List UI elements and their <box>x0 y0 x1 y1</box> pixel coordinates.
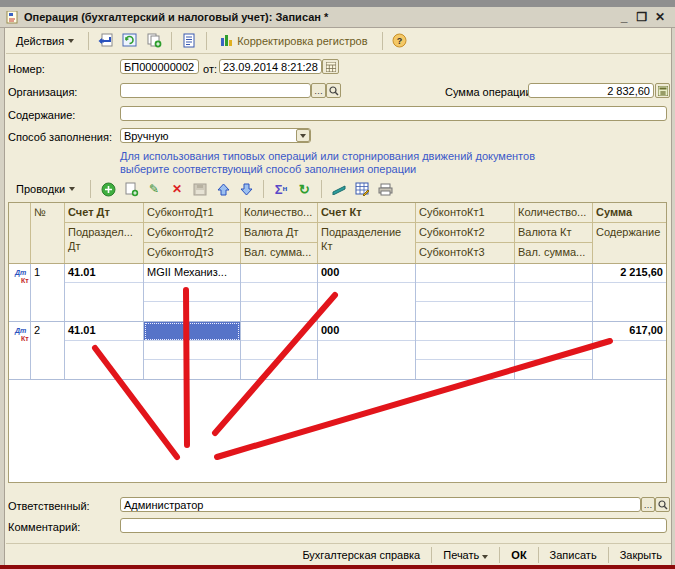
chevron-down-icon <box>69 187 75 191</box>
combo-dropdown-button[interactable] <box>296 129 310 142</box>
calculator-button[interactable] <box>655 83 670 98</box>
col-sum[interactable]: Сумма <box>593 203 666 223</box>
chevron-down-icon <box>482 555 488 559</box>
post-document-icon[interactable] <box>96 32 116 50</box>
edit-row-icon[interactable]: ✎ <box>145 181 163 197</box>
postings-menu-button[interactable]: Проводки <box>9 180 82 198</box>
refresh-icon[interactable] <box>120 32 140 50</box>
actions-menu-button[interactable]: Действия <box>9 32 81 50</box>
operation-sum-label: Сумма операции: <box>445 86 535 98</box>
button-separator <box>431 547 432 563</box>
print-button[interactable]: Печать <box>436 547 495 563</box>
choose-button[interactable]: … <box>641 497 655 512</box>
date-label: от: <box>203 63 217 75</box>
col-content[interactable]: Содержание <box>593 223 666 263</box>
maximize-button[interactable]: ❒ <box>633 10 651 24</box>
content-field[interactable] <box>120 106 667 121</box>
bars-chart-icon <box>221 33 233 48</box>
col-subconto-dt2[interactable]: СубконтоДт2 <box>144 223 240 243</box>
toolbar-separator <box>90 180 91 198</box>
fill-method-combobox[interactable]: Вручную <box>120 128 311 143</box>
titlebar: Операция (бухгалтерский и налоговый учет… <box>0 7 675 28</box>
cell-subconto-dt1[interactable]: MGII Механиз... <box>144 264 240 283</box>
hint-line-2: выберите соответствующий способ заполнен… <box>120 163 416 175</box>
actions-menu-label: Действия <box>16 35 64 47</box>
col-currency-dt[interactable]: Валюта Дт <box>241 223 317 243</box>
search-icon[interactable] <box>655 497 670 512</box>
save-button[interactable]: Записать <box>543 547 604 563</box>
close-button[interactable]: ✕ <box>651 10 669 24</box>
cell-account-kt[interactable]: 000 <box>318 264 415 283</box>
col-subconto-dt1[interactable]: СубконтоДт1 <box>144 203 240 223</box>
cell-account-dt[interactable]: 41.01 <box>65 264 143 283</box>
table-row[interactable]: ДтКт 2 41.01 000 617,00 <box>9 322 666 380</box>
show-console-icon[interactable] <box>330 181 348 197</box>
move-down-icon[interactable] <box>237 181 255 197</box>
col-quantity-dt[interactable]: Количество... <box>241 203 317 223</box>
date-field[interactable]: 23.09.2014 8:21:28 <box>219 59 322 74</box>
operation-window: Операция (бухгалтерский и налоговый учет… <box>0 0 675 569</box>
number-label: Номер: <box>8 63 45 75</box>
col-subdivision-kt[interactable]: Подразделение Кт <box>318 223 415 263</box>
cell-account-kt[interactable]: 000 <box>318 322 415 341</box>
toolbar-separator <box>321 180 322 198</box>
calendar-button[interactable] <box>322 59 339 74</box>
postings-toolbar: Проводки ✎ ✕ Σн ↻ <box>6 177 671 201</box>
row-number[interactable]: 1 <box>31 264 64 321</box>
selected-cell-subconto-dt1[interactable] <box>144 322 240 341</box>
col-quantity-kt[interactable]: Количество... <box>515 203 592 223</box>
content-label: Содержание: <box>8 109 75 121</box>
add-row-icon[interactable] <box>99 181 117 197</box>
copy-document-icon[interactable] <box>144 32 164 50</box>
cell-sum[interactable]: 617,00 <box>593 322 666 341</box>
window-frame-right <box>671 28 675 566</box>
cell-sum[interactable]: 2 215,60 <box>593 264 666 283</box>
col-cursum-dt[interactable]: Вал. сумма... <box>241 243 317 263</box>
delete-row-icon[interactable]: ✕ <box>168 181 186 197</box>
toolbar-separator <box>382 32 383 50</box>
minimize-button[interactable]: _ <box>615 10 633 24</box>
close-form-button[interactable]: Закрыть <box>613 547 669 563</box>
table-row[interactable]: ДтКт 1 41.01 MGII Механиз... 000 2 215,6… <box>9 264 666 322</box>
col-num[interactable]: № <box>31 203 64 263</box>
end-edit-icon-disabled[interactable] <box>191 181 209 197</box>
organization-field[interactable] <box>120 83 311 98</box>
register-correction-label: Корректировка регистров <box>237 35 367 47</box>
col-subconto-kt1[interactable]: СубконтоКт1 <box>416 203 514 223</box>
responsible-field[interactable]: Администратор <box>120 497 641 512</box>
col-subconto-dt3[interactable]: СубконтоДт3 <box>144 243 240 263</box>
sum-totals-icon[interactable]: Σн <box>272 181 290 197</box>
copy-row-icon[interactable] <box>122 181 140 197</box>
help-icon[interactable]: ? <box>390 32 410 50</box>
toolbar-separator <box>206 32 207 50</box>
col-subconto-kt2[interactable]: СубконтоКт2 <box>416 223 514 243</box>
operation-sum-field[interactable]: 2 832,60 <box>528 83 654 98</box>
print-rows-icon[interactable] <box>376 181 394 197</box>
col-currency-kt[interactable]: Валюта Кт <box>515 223 592 243</box>
number-field[interactable]: БП000000002 <box>120 59 199 74</box>
col-subconto-kt3[interactable]: СубконтоКт3 <box>416 243 514 263</box>
cell-account-dt[interactable]: 41.01 <box>65 322 143 341</box>
postings-table-header: № Счет Дт Подраздел... Дт СубконтоДт1 Су… <box>9 203 666 264</box>
responsible-label: Ответственный: <box>8 500 90 512</box>
register-correction-button[interactable]: Корректировка регистров <box>214 30 374 51</box>
window-frame-left <box>0 28 5 566</box>
app-icon <box>6 11 19 24</box>
move-up-icon[interactable] <box>214 181 232 197</box>
register-records-icon[interactable] <box>353 181 371 197</box>
register-list-icon[interactable] <box>179 32 199 50</box>
col-subdivision-dt[interactable]: Подраздел... Дт <box>65 223 143 263</box>
refresh-rows-icon[interactable]: ↻ <box>295 181 313 197</box>
toolbar-separator <box>263 180 264 198</box>
col-account-kt[interactable]: Счет Кт <box>318 203 415 223</box>
col-account-dt[interactable]: Счет Дт <box>65 203 143 223</box>
search-icon[interactable] <box>326 83 341 98</box>
comment-label: Комментарий: <box>8 521 80 533</box>
accounting-note-button[interactable]: Бухгалтерская справка <box>295 547 427 563</box>
ok-button[interactable]: ОК <box>504 547 533 563</box>
comment-field[interactable] <box>120 518 667 533</box>
row-number[interactable]: 2 <box>31 322 64 379</box>
col-cursum-kt[interactable]: Вал. сумма... <box>515 243 592 263</box>
hint-line-1: Для использования типовых операций или с… <box>120 150 535 162</box>
choose-button[interactable]: … <box>311 83 326 98</box>
